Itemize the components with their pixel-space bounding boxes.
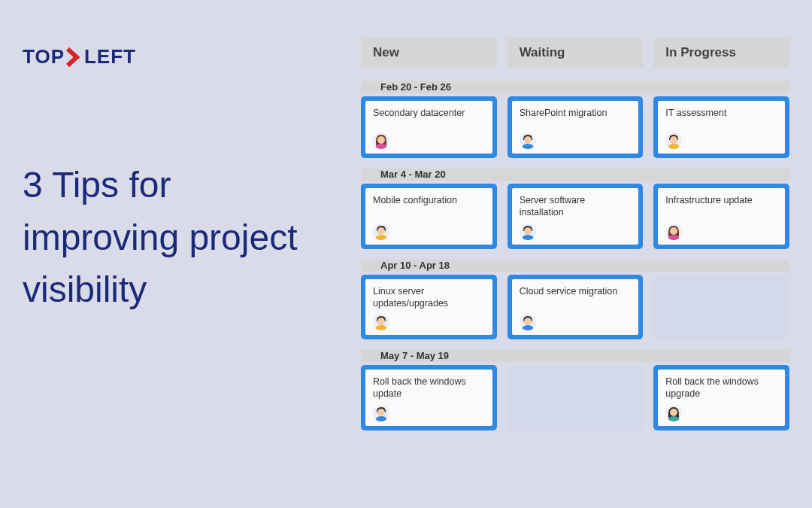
avatar-icon	[520, 314, 536, 330]
right-pane: New Waiting In Progress Feb 20 - Feb 26S…	[353, 0, 812, 508]
card-title: Mobile configuration	[373, 194, 485, 206]
kanban-card[interactable]: Infrastructure update	[653, 184, 789, 249]
kanban-card-inner: Linux server updates/upgrades	[365, 279, 492, 336]
column-header-waiting[interactable]: Waiting	[508, 38, 644, 68]
swimlane-row: Linux server updates/upgradesCloud servi…	[361, 275, 789, 340]
kanban-card[interactable]: SharePoint migration	[508, 96, 644, 158]
svg-point-15	[524, 318, 532, 325]
column-headers-row: New Waiting In Progress	[361, 38, 789, 68]
svg-point-3	[524, 136, 532, 144]
kanban-card[interactable]: Linux server updates/upgrades	[361, 275, 497, 340]
avatar-icon	[373, 224, 389, 240]
kanban-card[interactable]: Cloud service migration	[508, 275, 644, 340]
swimlane-header[interactable]: Apr 10 - Apr 18	[361, 260, 789, 272]
swimlane-header[interactable]: Feb 20 - Feb 26	[361, 81, 789, 93]
empty-slot[interactable]	[653, 275, 789, 340]
swimlanes-container: Feb 20 - Feb 26Secondary datacenterShare…	[361, 81, 789, 430]
swimlane: Mar 4 - Mar 20Mobile configurationServer…	[361, 169, 789, 249]
avatar-icon	[665, 224, 682, 240]
svg-point-19	[670, 409, 677, 416]
avatar-icon	[665, 132, 682, 149]
avatar-icon	[520, 224, 536, 240]
page-headline: 3 Tips for improving project visibility	[23, 159, 331, 316]
avatar-icon	[373, 405, 389, 421]
svg-point-1	[377, 136, 385, 144]
svg-point-9	[524, 227, 532, 235]
kanban-card[interactable]: Mobile configuration	[361, 184, 497, 249]
avatar-icon	[373, 314, 389, 330]
card-title: Server software installation	[520, 194, 632, 219]
card-title: Roll back the windows update	[373, 376, 485, 400]
kanban-card-inner: Roll back the windows upgrade	[658, 370, 785, 426]
card-title: SharePoint migration	[520, 107, 632, 119]
swimlane-header[interactable]: May 7 - May 19	[361, 350, 789, 362]
card-title: IT assessment	[665, 107, 777, 119]
swimlane: Apr 10 - Apr 18Linux server updates/upgr…	[361, 260, 789, 340]
chevron-right-icon	[66, 47, 83, 67]
kanban-card-inner: IT assessment	[658, 101, 785, 154]
swimlane-label: Feb 20 - Feb 26	[380, 81, 451, 93]
column-header-in-progress[interactable]: In Progress	[653, 38, 789, 68]
card-title: Cloud service migration	[520, 285, 632, 297]
kanban-card[interactable]: Server software installation	[508, 184, 644, 249]
kanban-board: New Waiting In Progress Feb 20 - Feb 26S…	[361, 38, 789, 430]
kanban-card[interactable]: Roll back the windows upgrade	[653, 365, 789, 430]
avatar-icon	[520, 132, 536, 149]
kanban-card-inner: Secondary datacenter	[365, 101, 492, 154]
svg-point-7	[377, 227, 385, 235]
kanban-card-inner: Server software installation	[512, 188, 639, 245]
avatar-icon	[373, 132, 389, 149]
logo-top-text: TOP	[23, 45, 65, 68]
kanban-card[interactable]: Secondary datacenter	[361, 96, 497, 158]
card-title: Secondary datacenter	[373, 107, 485, 119]
svg-point-11	[670, 227, 677, 235]
svg-point-17	[377, 409, 385, 416]
swimlane-row: Secondary datacenterSharePoint migration…	[361, 96, 789, 158]
swimlane-label: May 7 - May 19	[380, 350, 449, 362]
svg-point-5	[670, 136, 677, 144]
swimlane-row: Mobile configurationServer software inst…	[361, 184, 789, 249]
kanban-card-inner: Infrastructure update	[658, 188, 785, 245]
swimlane: May 7 - May 19Roll back the windows upda…	[361, 350, 789, 430]
svg-point-13	[377, 318, 385, 325]
kanban-card[interactable]: IT assessment	[653, 96, 789, 158]
kanban-card[interactable]: Roll back the windows update	[361, 365, 497, 430]
kanban-card-inner: Mobile configuration	[365, 188, 492, 245]
card-title: Roll back the windows upgrade	[665, 376, 777, 400]
empty-slot[interactable]	[508, 365, 644, 430]
column-header-new[interactable]: New	[361, 38, 497, 68]
kanban-card-inner: SharePoint migration	[512, 101, 639, 154]
card-title: Linux server updates/upgrades	[373, 285, 485, 310]
brand-logo: TOP LEFT	[23, 45, 331, 68]
swimlane-label: Apr 10 - Apr 18	[380, 260, 450, 272]
kanban-card-inner: Cloud service migration	[512, 279, 639, 336]
swimlane-label: Mar 4 - Mar 20	[380, 169, 446, 181]
card-title: Infrastructure update	[665, 194, 777, 206]
kanban-card-inner: Roll back the windows update	[365, 370, 492, 426]
logo-left-text: LEFT	[84, 45, 136, 68]
left-pane: TOP LEFT 3 Tips for improving project vi…	[0, 0, 353, 508]
swimlane-row: Roll back the windows updateRoll back th…	[361, 365, 789, 430]
swimlane: Feb 20 - Feb 26Secondary datacenterShare…	[361, 81, 789, 158]
avatar-icon	[665, 405, 682, 421]
swimlane-header[interactable]: Mar 4 - Mar 20	[361, 169, 789, 181]
page-root: TOP LEFT 3 Tips for improving project vi…	[0, 0, 812, 508]
